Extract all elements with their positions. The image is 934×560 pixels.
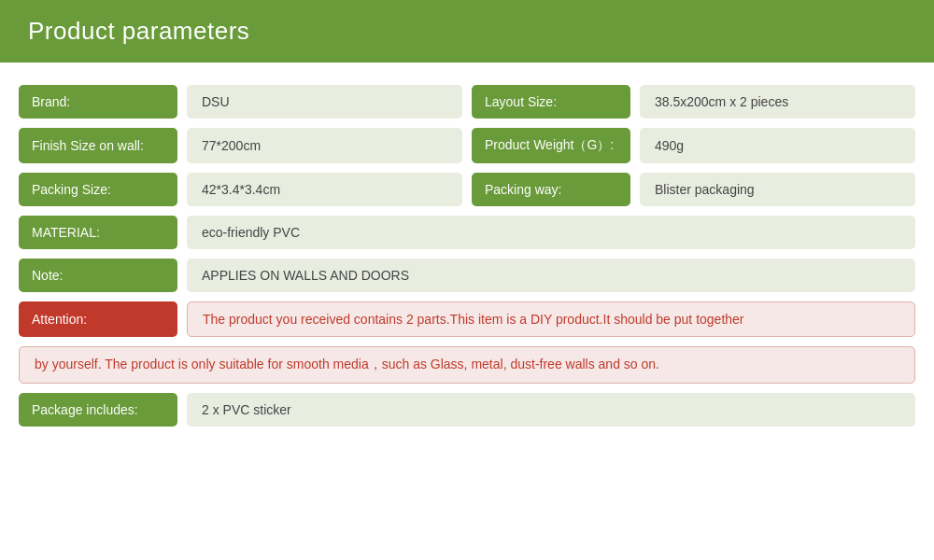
packing-way-label: Packing way:: [472, 173, 630, 206]
attention-continuation: by yourself. The product is only suitabl…: [19, 346, 915, 384]
package-value: 2 x PVC sticker: [187, 393, 915, 427]
note-label: Note:: [19, 259, 177, 292]
finish-size-label: Finish Size on wall:: [19, 128, 177, 163]
note-row: Note: APPLIES ON WALLS AND DOORS: [19, 259, 915, 292]
brand-value: DSU: [187, 85, 462, 119]
content-area: Brand: DSU Layout Size: 38.5x200cm x 2 p…: [0, 63, 934, 451]
packing-way-value: Blister packaging: [640, 173, 915, 206]
brand-label: Brand:: [19, 85, 177, 119]
page-header: Product parameters: [0, 0, 934, 63]
finish-size-value: 77*200cm: [187, 128, 462, 163]
product-weight-label: Product Weight（G）:: [472, 128, 630, 163]
package-label: Package includes:: [19, 393, 177, 427]
attention-value: The product you received contains 2 part…: [187, 301, 915, 337]
attention-row: Attention: The product you received cont…: [19, 301, 915, 337]
page-title: Product parameters: [28, 17, 249, 45]
layout-size-label: Layout Size:: [472, 85, 630, 119]
material-row: MATERIAL: eco-friendly PVC: [19, 216, 915, 249]
brand-row: Brand: DSU Layout Size: 38.5x200cm x 2 p…: [19, 85, 915, 119]
finish-size-row: Finish Size on wall: 77*200cm Product We…: [19, 128, 915, 163]
package-row: Package includes: 2 x PVC sticker: [19, 393, 915, 427]
material-value: eco-friendly PVC: [187, 216, 915, 249]
layout-size-value: 38.5x200cm x 2 pieces: [640, 85, 915, 119]
packing-size-row: Packing Size: 42*3.4*3.4cm Packing way: …: [19, 173, 915, 206]
packing-size-value: 42*3.4*3.4cm: [187, 173, 462, 206]
note-value: APPLIES ON WALLS AND DOORS: [187, 259, 915, 292]
product-weight-value: 490g: [640, 128, 915, 163]
packing-size-label: Packing Size:: [19, 173, 177, 206]
attention-label: Attention:: [19, 301, 177, 337]
material-label: MATERIAL:: [19, 216, 177, 249]
